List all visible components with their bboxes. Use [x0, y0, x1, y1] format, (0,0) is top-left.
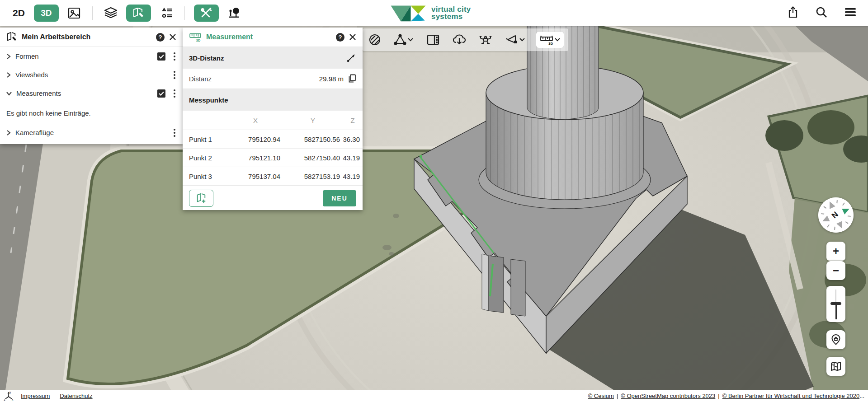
- help-icon[interactable]: ?: [156, 33, 165, 42]
- compass[interactable]: N: [818, 197, 854, 233]
- overview-map-button[interactable]: [826, 357, 845, 376]
- col-header-x: X: [228, 117, 283, 124]
- mode-3d-button[interactable]: 3D: [34, 5, 59, 22]
- attribution-more: ...: [859, 393, 864, 399]
- distance-label: Distanz: [189, 75, 319, 83]
- chevron-right-icon[interactable]: [6, 130, 11, 136]
- shadow-icon: [369, 34, 381, 46]
- tilt-slider[interactable]: [826, 286, 845, 322]
- point-name: Punkt 1: [189, 136, 228, 143]
- tree-item-label: Formen: [15, 52, 157, 60]
- shadow-tool-button[interactable]: [367, 32, 382, 47]
- add-to-workspace-button[interactable]: [189, 190, 213, 207]
- point-x: 795121.10: [228, 154, 283, 162]
- workspace-button[interactable]: [126, 5, 151, 22]
- point-z: 43.19: [343, 173, 363, 180]
- osm-attribution-link[interactable]: © OpenStreetMap contributors 2023: [621, 393, 715, 399]
- map-toolbar: 3D: [363, 28, 568, 51]
- drone-tool-button[interactable]: [477, 32, 494, 47]
- kebab-menu-icon[interactable]: [172, 69, 177, 81]
- berlin-attribution-link[interactable]: © Berlin Partner für Wirtschaft und Tech…: [722, 393, 859, 399]
- copy-icon[interactable]: [348, 74, 356, 83]
- terrain-tool-button[interactable]: [392, 32, 415, 47]
- tree-item-measurements[interactable]: Measurements: [0, 84, 183, 103]
- tree-item-kamerafluege[interactable]: Kameraflüge: [0, 123, 183, 142]
- drone-icon: [479, 34, 492, 46]
- legend-button[interactable]: [157, 5, 175, 22]
- point-x: 795137.04: [228, 173, 283, 180]
- mesh-triangle-icon: [394, 34, 406, 46]
- tree-item-label: Measurements: [16, 89, 157, 97]
- ruler-3d-icon: 3D: [189, 32, 202, 42]
- checkbox-checked[interactable]: [157, 52, 165, 61]
- chevron-right-icon[interactable]: [6, 72, 11, 78]
- chevron-down-icon[interactable]: [6, 91, 12, 96]
- axes-indicator: y x z: [4, 391, 14, 401]
- svg-text:3D: 3D: [548, 42, 553, 45]
- kebab-menu-icon[interactable]: [172, 88, 177, 99]
- distance-row: Distanz 29.98 m: [183, 69, 363, 89]
- zoom-in-button[interactable]: +: [826, 242, 845, 261]
- tools-button[interactable]: [194, 5, 219, 22]
- points-section-header: Messpunkte: [183, 89, 363, 111]
- table-row[interactable]: Punkt 1 795120.94 5827150.56 36.30: [183, 130, 363, 149]
- image-icon: [68, 7, 80, 19]
- map-attribution: © Cesium | © OpenStreetMap contributors …: [588, 393, 864, 399]
- layers-button[interactable]: [102, 5, 120, 22]
- tools-icon: [200, 8, 212, 19]
- measurement-panel: 3D Measurement ? 3D-Distanz Distanz 29.9…: [183, 28, 363, 210]
- chevron-down-icon: [555, 38, 560, 42]
- search-button[interactable]: [816, 6, 827, 20]
- logo-mark: [390, 3, 427, 23]
- tree-item-label: Viewsheds: [15, 71, 172, 79]
- point-z: 43.19: [343, 154, 363, 162]
- tilt-track: [835, 305, 837, 319]
- split-screen-button[interactable]: [425, 33, 441, 47]
- tree-item-formen[interactable]: Formen: [0, 47, 183, 65]
- datenschutz-link[interactable]: Datenschutz: [60, 393, 92, 399]
- flight-tool-button[interactable]: [504, 32, 527, 47]
- point-name: Punkt 2: [189, 154, 228, 162]
- oblique-image-button[interactable]: [65, 5, 83, 22]
- help-icon[interactable]: ?: [336, 33, 344, 42]
- close-icon[interactable]: [349, 33, 356, 41]
- measurement-panel-footer: NEU: [183, 186, 363, 210]
- checkbox-checked[interactable]: [157, 89, 165, 98]
- toolbar-divider: [92, 6, 93, 20]
- share-button[interactable]: [788, 6, 798, 20]
- table-row[interactable]: Punkt 3 795137.04 5827153.19 43.19: [183, 167, 363, 186]
- point-y: 5827150.40: [283, 154, 343, 162]
- menu-button[interactable]: [844, 7, 856, 19]
- tilt-slider-handle[interactable]: [830, 302, 841, 305]
- map-pen-icon: [6, 32, 17, 42]
- chevron-down-icon: [519, 38, 525, 42]
- home-pin-icon: [830, 334, 841, 346]
- point-y: 5827153.19: [283, 173, 343, 180]
- export-tool-button[interactable]: [451, 32, 468, 47]
- new-measurement-button[interactable]: NEU: [323, 190, 356, 206]
- home-view-button[interactable]: [826, 330, 845, 349]
- mode-2d-button[interactable]: 2D: [10, 6, 28, 20]
- svg-text:3D: 3D: [196, 38, 200, 42]
- chevron-right-icon[interactable]: [6, 54, 11, 59]
- impressum-link[interactable]: Impressum: [21, 393, 50, 399]
- distance-value: 29.98 m: [319, 75, 344, 83]
- tree-item-label: Kameraflüge: [15, 129, 172, 136]
- zoom-out-button[interactable]: −: [826, 261, 845, 280]
- close-icon[interactable]: [169, 33, 176, 41]
- distance-section-header: 3D-Distanz: [183, 47, 363, 69]
- layers-icon: [104, 7, 118, 19]
- measurement-tool-button[interactable]: 3D: [536, 32, 564, 48]
- table-row[interactable]: Punkt 2 795121.10 5827150.40 43.19: [183, 149, 363, 167]
- measure-type-icon[interactable]: [346, 53, 356, 63]
- ruler-3d-icon: 3D: [540, 34, 553, 45]
- share-icon: [788, 6, 798, 18]
- kebab-menu-icon[interactable]: [172, 51, 177, 62]
- svg-text:z: z: [4, 398, 5, 401]
- poi-viewer-button[interactable]: [225, 5, 243, 22]
- tilt-track: [835, 290, 836, 303]
- col-header-z: Z: [343, 117, 363, 124]
- tree-item-viewsheds[interactable]: Viewsheds: [0, 65, 183, 84]
- cesium-attribution-link[interactable]: © Cesium: [588, 393, 614, 399]
- kebab-menu-icon[interactable]: [172, 127, 177, 139]
